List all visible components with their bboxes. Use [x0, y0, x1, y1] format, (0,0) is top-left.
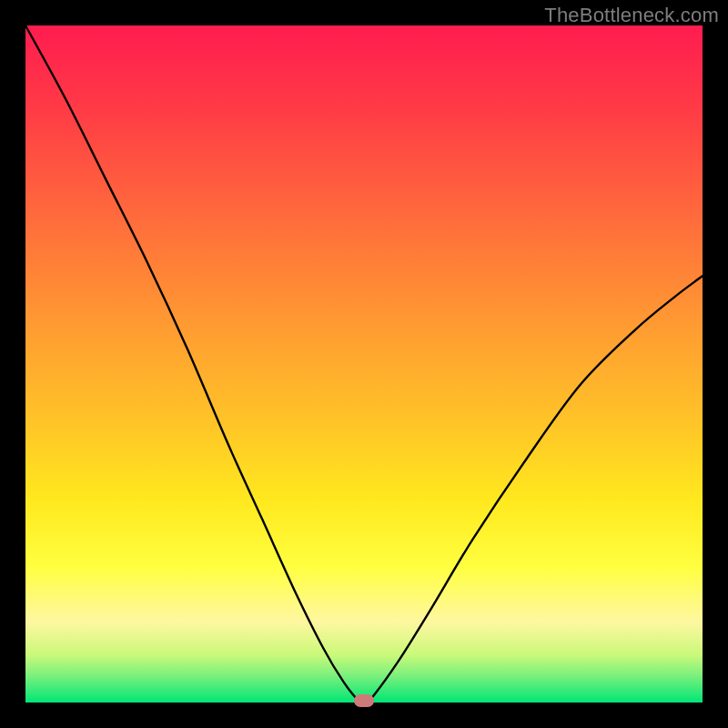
curve-path: [25, 25, 703, 703]
optimum-marker: [354, 694, 374, 707]
chart-frame: TheBottleneck.com: [0, 0, 728, 728]
watermark-text: TheBottleneck.com: [544, 4, 719, 27]
bottleneck-curve: [0, 0, 728, 728]
